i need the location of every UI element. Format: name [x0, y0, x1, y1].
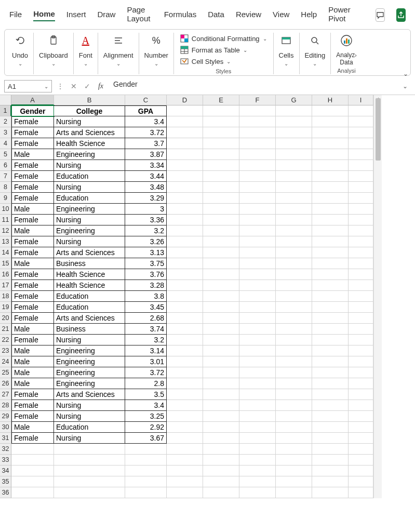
cell[interactable] [276, 291, 312, 302]
cell[interactable] [349, 116, 373, 127]
cell[interactable] [312, 422, 349, 433]
cell[interactable]: Nursing [54, 411, 125, 422]
cell[interactable]: 3.48 [125, 182, 167, 193]
cell[interactable]: Female [11, 313, 54, 324]
cell[interactable]: 3.25 [125, 411, 167, 422]
cell[interactable] [167, 466, 203, 476]
cell[interactable] [349, 225, 373, 236]
cell[interactable] [203, 324, 239, 335]
cell[interactable] [276, 389, 312, 400]
cell[interactable] [167, 280, 203, 291]
group-number[interactable]: % Number ⌄ [139, 33, 174, 74]
cell[interactable] [276, 466, 312, 476]
cell[interactable]: Engineering [54, 378, 125, 389]
cell[interactable] [167, 422, 203, 433]
cell[interactable] [349, 367, 373, 378]
cell[interactable] [203, 400, 239, 411]
cell[interactable]: Female [11, 138, 54, 149]
cell[interactable] [276, 193, 312, 204]
row-header[interactable]: 14 [0, 247, 11, 258]
group-analyze[interactable]: Analyz›Data Analysi [331, 33, 362, 74]
cell[interactable]: Female [11, 116, 54, 127]
cell[interactable] [239, 389, 276, 400]
cell[interactable] [276, 215, 312, 225]
cell[interactable] [312, 433, 349, 444]
row-header[interactable]: 11 [0, 215, 11, 225]
cell[interactable] [203, 487, 239, 498]
cell[interactable] [203, 225, 239, 236]
cell[interactable] [349, 313, 373, 324]
cell[interactable]: Female [11, 193, 54, 204]
cell[interactable] [54, 455, 125, 466]
cell[interactable] [203, 313, 239, 324]
cell[interactable] [349, 444, 373, 455]
cell[interactable] [203, 258, 239, 269]
cell[interactable]: Male [11, 258, 54, 269]
cell[interactable] [239, 302, 276, 313]
cell[interactable] [349, 345, 373, 356]
cell[interactable] [349, 193, 373, 204]
cell[interactable] [239, 225, 276, 236]
tab-file[interactable]: File [9, 10, 22, 21]
cell[interactable]: 3.72 [125, 127, 167, 138]
cell[interactable] [276, 313, 312, 324]
row-header[interactable]: 8 [0, 182, 11, 193]
cell[interactable]: Nursing [54, 335, 125, 345]
cell[interactable] [239, 215, 276, 225]
row-header[interactable]: 16 [0, 269, 11, 280]
cell[interactable] [312, 138, 349, 149]
cell[interactable] [276, 324, 312, 335]
cell[interactable] [167, 127, 203, 138]
cell[interactable]: 2.92 [125, 422, 167, 433]
format-as-table-button[interactable]: Format as Table ⌄ [180, 44, 247, 56]
cell[interactable]: Arts and Sciences [54, 127, 125, 138]
cell[interactable] [54, 466, 125, 476]
cell[interactable] [349, 335, 373, 345]
cell[interactable]: Business [54, 258, 125, 269]
cell[interactable] [349, 247, 373, 258]
cell[interactable] [239, 138, 276, 149]
cell[interactable] [349, 171, 373, 182]
cell[interactable]: Male [11, 356, 54, 367]
row-header[interactable]: 5 [0, 149, 11, 160]
cell[interactable] [239, 356, 276, 367]
cell[interactable] [239, 313, 276, 324]
cell[interactable]: 3 [125, 204, 167, 215]
cell[interactable] [312, 378, 349, 389]
cell[interactable] [349, 378, 373, 389]
cell[interactable] [349, 215, 373, 225]
cell[interactable] [125, 455, 167, 466]
cell[interactable] [203, 367, 239, 378]
cell[interactable] [167, 171, 203, 182]
cell[interactable] [203, 269, 239, 280]
cell[interactable] [239, 247, 276, 258]
cell[interactable]: Female [11, 171, 54, 182]
cell[interactable] [312, 291, 349, 302]
cell[interactable] [203, 215, 239, 225]
cell[interactable]: 3.13 [125, 247, 167, 258]
row-header[interactable]: 2 [0, 116, 11, 127]
cell[interactable]: Engineering [54, 149, 125, 160]
cell[interactable] [54, 476, 125, 487]
cell[interactable] [312, 324, 349, 335]
cell[interactable] [349, 160, 373, 171]
cell[interactable] [312, 269, 349, 280]
cell[interactable] [312, 487, 349, 498]
row-header[interactable]: 6 [0, 160, 11, 171]
tab-power-pivot[interactable]: Power Pivot [328, 5, 353, 25]
cell[interactable] [349, 487, 373, 498]
cell[interactable] [203, 105, 239, 116]
cell[interactable] [203, 160, 239, 171]
cell[interactable] [203, 466, 239, 476]
cell[interactable] [276, 476, 312, 487]
cell[interactable]: 3.76 [125, 269, 167, 280]
cell[interactable]: Male [11, 149, 54, 160]
cell[interactable]: Female [11, 335, 54, 345]
column-header-B[interactable]: B [54, 95, 125, 105]
cell[interactable] [167, 335, 203, 345]
row-header[interactable]: 35 [0, 476, 11, 487]
cell[interactable] [167, 378, 203, 389]
cell[interactable] [167, 487, 203, 498]
cell[interactable] [203, 345, 239, 356]
cell[interactable]: 3.8 [125, 291, 167, 302]
